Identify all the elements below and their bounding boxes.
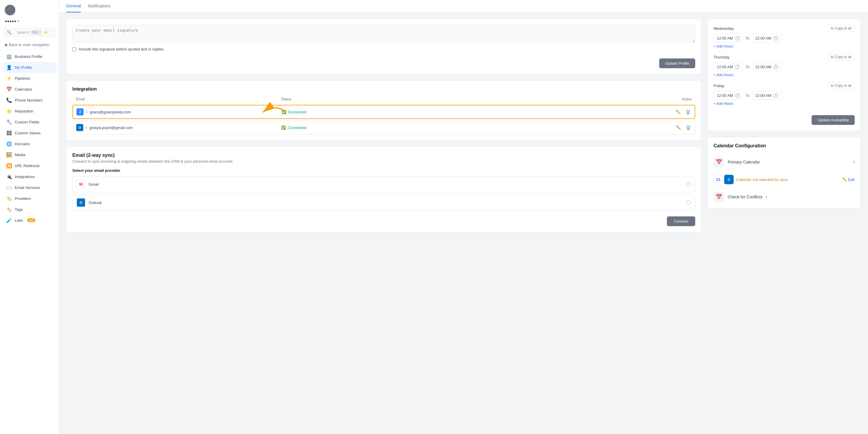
integration-title: Integration: [72, 87, 695, 92]
outlook-option[interactable]: O Outlook: [72, 194, 695, 211]
custom-values-icon: 🎛️: [6, 130, 12, 135]
sidebar-item-providers[interactable]: 🏷️ Providers: [2, 193, 56, 204]
from-time-0[interactable]: 12:00 AM 🕐: [714, 34, 743, 42]
sidebar-item-reputation[interactable]: ⭐ Reputation: [2, 106, 56, 116]
sidebar-item-labs[interactable]: 🧪 Labs new: [2, 215, 56, 225]
outlook-actions: ✏️ 🗑️: [487, 125, 691, 130]
copy-to-all-0[interactable]: ⧉ Copy to all: [828, 25, 855, 32]
check-conflicts-row: 📅 Check for Conflicts ℹ: [714, 188, 855, 202]
content-wrap: Include this signature before quoted tex…: [59, 13, 868, 434]
gmail-radio[interactable]: [686, 182, 691, 187]
search-bar[interactable]: 🔍 Search ⌘K ⚡: [4, 28, 55, 37]
connect-button[interactable]: Connect: [667, 216, 695, 226]
sidebar-item-tags[interactable]: 🏷️ Tags: [2, 204, 56, 215]
avatar: [5, 5, 16, 16]
edit-icon: ✏️: [842, 178, 847, 182]
outlook-radio[interactable]: [686, 200, 691, 205]
back-to-main-nav[interactable]: ◀ Back to main navigation: [0, 40, 59, 50]
delete-zoom-button[interactable]: 🗑️: [685, 109, 691, 115]
custom-fields-label: Custom Fields: [15, 120, 39, 124]
sidebar-item-domains[interactable]: 🌐 Domains: [2, 138, 56, 149]
outlook-email-icon: O: [77, 198, 85, 207]
update-profile-button[interactable]: Update Profile: [659, 58, 695, 68]
add-hours-1[interactable]: + Add Hours: [714, 73, 733, 77]
edit-zoom-button[interactable]: ✏️: [675, 109, 681, 115]
sidebar-item-url-redirects[interactable]: 🔀 URL Redirects: [2, 160, 56, 171]
day-row-wednesday: Wednesday ⧉ Copy to all 12:00 AM 🕐 To 12…: [714, 25, 855, 51]
copy-to-all-1[interactable]: ⧉ Copy to all: [828, 54, 855, 61]
edit-outlook-button[interactable]: ✏️: [676, 125, 682, 130]
info-icon-conflicts[interactable]: ℹ: [766, 195, 767, 199]
add-hours-2[interactable]: + Add Hours: [714, 101, 733, 106]
email-sync-title: Email (2-way sync): [72, 153, 695, 158]
integrations-label: Integrations: [15, 175, 35, 179]
clock-from-0: 🕐: [735, 36, 740, 40]
url-redirects-label: URL Redirects: [15, 163, 39, 168]
search-icon: 🔍: [7, 30, 16, 35]
sidebar-item-business-profile[interactable]: 🏢 Business Profile: [2, 51, 56, 62]
edit-calendar-link[interactable]: ✏️ Edit: [842, 178, 855, 182]
day-row-friday: Friday ⧉ Copy to all 12:00 AM 🕐 To 12:00…: [714, 82, 855, 106]
sidebar-item-calendars[interactable]: 📅 Calendars: [2, 84, 56, 94]
my-profile-label: My Profile: [15, 65, 32, 70]
url-redirects-icon: 🔀: [6, 163, 12, 168]
labs-badge: new: [27, 218, 35, 222]
nav-items: 🏢 Business Profile 👤 My Profile ⚡ Pipeli…: [0, 51, 59, 226]
phone-numbers-label: Phone Numbers: [15, 98, 42, 102]
to-time-1[interactable]: 12:00 AM 🕐: [752, 62, 781, 71]
sidebar-item-media[interactable]: 🖼️ Media: [2, 149, 56, 160]
primary-calendar-label: Primary Calendar: [728, 160, 850, 164]
integration-header: Email Status Action: [72, 95, 695, 103]
info-icon-primary-cal[interactable]: ℹ: [853, 160, 855, 164]
custom-fields-icon: 🔧: [6, 119, 12, 125]
lightning-icon: ⚡: [43, 30, 52, 35]
user-menu[interactable]: ●●●●● ▾: [0, 18, 59, 27]
from-time-2[interactable]: 12:00 AM 🕐: [714, 91, 743, 100]
copy-icon-0: ⧉: [831, 26, 833, 30]
to-time-2[interactable]: 12:00 AM 🕐: [752, 91, 781, 100]
update-availability-button[interactable]: Update Availability: [812, 115, 855, 125]
sidebar: ●●●●● ▾ 🔍 Search ⌘K ⚡ ◀ Back to main nav…: [0, 0, 59, 434]
sidebar-item-custom-fields[interactable]: 🔧 Custom Fields: [2, 117, 56, 127]
business-profile-icon: 🏢: [6, 54, 12, 59]
from-time-1[interactable]: 12:00 AM 🕐: [714, 62, 743, 71]
google-cal-icon: 31: [714, 175, 723, 184]
calendar-sync-row: 31 O Calendar not selected for sync ✏️ E…: [714, 171, 855, 188]
signature-checkbox[interactable]: [72, 47, 76, 51]
signature-textarea[interactable]: [72, 25, 695, 42]
signature-checkbox-label: Include this signature before quoted tex…: [79, 47, 164, 51]
tab-general[interactable]: General: [66, 0, 81, 12]
providers-icon: 🏷️: [6, 196, 12, 201]
copy-icon-2: ⧉: [831, 84, 833, 88]
copy-to-all-2[interactable]: ⧉ Copy to all: [828, 82, 855, 89]
gmail-option[interactable]: M Gmail: [72, 176, 695, 192]
clock-to-0: 🕐: [773, 36, 778, 40]
sidebar-item-phone-numbers[interactable]: 📞 Phone Numbers: [2, 95, 56, 105]
add-hours-0[interactable]: + Add Hours: [714, 44, 733, 49]
delete-outlook-button[interactable]: 🗑️: [685, 125, 691, 130]
availability-card: Wednesday ⧉ Copy to all 12:00 AM 🕐 To 12…: [707, 19, 861, 131]
cal-not-selected: Calendar not selected for sync: [736, 178, 840, 182]
calendars-label: Calendars: [15, 87, 32, 92]
sidebar-item-integrations[interactable]: 🔌 Integrations: [2, 171, 56, 182]
day-name-1: Thursday: [714, 55, 730, 59]
sidebar-item-email-services[interactable]: ✉️ Email Services: [2, 182, 56, 193]
outlook-icon: O: [76, 124, 83, 131]
sidebar-item-custom-values[interactable]: 🎛️ Custom Values: [2, 128, 56, 138]
check-conflicts-label: Check for Conflicts: [728, 194, 762, 199]
check-conflicts-icon: 📅: [714, 192, 724, 202]
outlook-cal-icon: O: [724, 175, 734, 184]
tab-notifications[interactable]: Notifications: [88, 0, 111, 12]
edit-label: Edit: [848, 178, 855, 182]
integrations-icon: 🔌: [6, 174, 12, 179]
col-email: Email: [76, 97, 281, 101]
sidebar-item-pipelines[interactable]: ⚡ Pipelines: [2, 73, 56, 84]
to-time-0[interactable]: 12:00 AM 🕐: [752, 34, 781, 42]
integration-row-outlook: O ℹ grasya.puyot@gmail.com ✅ Connected ✏…: [72, 121, 695, 134]
sidebar-item-my-profile[interactable]: 👤 My Profile: [2, 62, 56, 73]
info-icon-zoom[interactable]: ℹ: [86, 110, 87, 114]
info-icon-outlook[interactable]: ℹ: [86, 125, 87, 130]
zoom-status: ✅ Connected: [281, 110, 487, 114]
clock-from-1: 🕐: [735, 64, 740, 69]
email-services-label: Email Services: [15, 185, 40, 190]
